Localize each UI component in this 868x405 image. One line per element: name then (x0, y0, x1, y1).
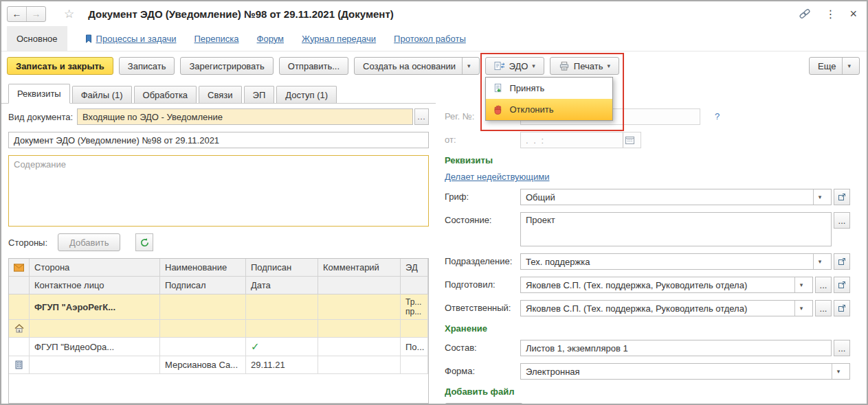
col-header-date[interactable]: Дата (246, 277, 318, 294)
kebab-menu-icon[interactable]: ⋮ (825, 8, 836, 21)
accept-document-icon (493, 83, 504, 93)
prepared-by-choose-button[interactable]: ... (815, 277, 832, 293)
tab-processing[interactable]: Обработка (134, 86, 197, 103)
section-heading-requisites: Реквизиты (445, 155, 850, 165)
forward-button[interactable]: → (26, 7, 45, 21)
create-from-button[interactable]: Создать на основании ▾ (354, 57, 479, 75)
more-button[interactable]: Еще ▾ (809, 57, 860, 75)
responsible-open-button[interactable] (834, 300, 850, 316)
register-button[interactable]: Зарегистрировать (180, 57, 273, 75)
menu-item-accept[interactable]: Принять (486, 78, 612, 99)
composition-choose-button[interactable]: ... (834, 340, 850, 356)
save-button[interactable]: Записать (119, 57, 175, 75)
tab-relations[interactable]: Связи (199, 86, 241, 103)
grif-label: Гриф: (445, 189, 520, 205)
table-row-party-2[interactable]: ФГУП "ВидеоОра... ✓ По... (9, 338, 428, 356)
add-party-button[interactable]: Добавить (58, 233, 120, 251)
chevron-down-icon[interactable]: ▾ (832, 364, 845, 379)
edo-exchange-icon (494, 61, 505, 71)
nav-link-forum[interactable]: Форум (257, 26, 285, 51)
print-button[interactable]: Печать ▾ (550, 57, 619, 75)
form-field[interactable]: Электронная ▾ (520, 363, 850, 380)
section-heading-add-file: Добавить файл (445, 386, 850, 397)
nav-link-label: Форум (257, 34, 285, 44)
send-button[interactable]: Отправить... (279, 57, 348, 75)
parties-table: Сторона Наименование Подписан Комментари… (8, 258, 429, 404)
nav-tab-main[interactable]: Основное (7, 26, 67, 51)
chevron-down-icon[interactable]: ▾ (794, 277, 808, 292)
state-field[interactable]: Проект (520, 212, 832, 246)
edo-status-line: Тр... (405, 297, 421, 307)
tabstrip: Реквизиты Файлы (1) Обработка Связи ЭП Д… (1, 80, 436, 104)
col-header-name[interactable]: Наименование (160, 259, 246, 277)
department-field[interactable]: Тех. поддержка ▾ (520, 253, 832, 270)
doc-name-field[interactable]: Документ ЭДО (Уведомление) №98 от 29.11.… (8, 132, 429, 148)
col-header-edo[interactable]: ЭД (401, 259, 428, 277)
open-icon (838, 257, 846, 266)
table-row-contact-2[interactable]: Мерсианова Са... 29.11.21 (9, 356, 428, 374)
chevron-down-icon[interactable]: ▾ (794, 301, 808, 316)
responsible-field[interactable]: Яковлев С.П. (Тех. поддержка, Руководите… (520, 300, 813, 316)
col-header-party[interactable]: Сторона (30, 259, 160, 277)
col-header-contact[interactable]: Контактное лицо (30, 277, 160, 294)
nav-link-transfer-log[interactable]: Журнал передачи (302, 26, 376, 51)
prepared-by-open-button[interactable] (834, 277, 850, 293)
refresh-button[interactable] (135, 233, 153, 251)
col-header-signed-by[interactable]: Подписал (160, 277, 246, 294)
reg-date-label: от: (445, 132, 520, 148)
back-button[interactable]: ← (8, 7, 26, 21)
form-value: Электронная (526, 367, 580, 377)
invalidates-link[interactable]: Делает недействующими (445, 172, 549, 182)
composition-field[interactable]: Листов 1, экземпляров 1 (520, 340, 832, 356)
signed-check-cell: ✓ (246, 338, 318, 356)
edo-print-group: ЭДО ▾ Печать ▾ Принять Отклонить (485, 57, 619, 75)
responsible-choose-button[interactable]: ... (815, 300, 832, 316)
help-link[interactable]: ? (715, 108, 720, 121)
bookmark-icon (85, 34, 92, 43)
prepared-by-field[interactable]: Яковлев С.П. (Тех. поддержка, Руководите… (520, 277, 813, 293)
chevron-down-icon: ▾ (532, 62, 535, 69)
grif-field[interactable]: Общий ▾ (520, 189, 832, 205)
window-titlebar: ← → ☆ Документ ЭДО (Уведомление) №98 от … (1, 1, 867, 26)
table-row-contact-1[interactable] (9, 320, 428, 338)
doc-kind-choose-button[interactable]: ... (414, 108, 429, 125)
nav-link-correspondence[interactable]: Переписка (194, 26, 239, 51)
tab-files[interactable]: Файлы (1) (72, 86, 132, 103)
nav-link-processes[interactable]: Процессы и задачи (85, 26, 177, 51)
tab-access[interactable]: Доступ (1) (276, 86, 337, 103)
edo-dropdown-menu: Принять Отклонить (485, 77, 613, 121)
calendar-icon (623, 132, 636, 148)
col-header-comment[interactable]: Комментарий (318, 259, 401, 277)
table-row-party-1[interactable]: ФГУП "АэроРегК... Тр... пр... (9, 294, 428, 320)
doc-kind-field[interactable]: Входящие по ЭДО - Уведомление (77, 108, 413, 125)
tab-signature[interactable]: ЭП (244, 86, 275, 103)
menu-item-decline[interactable]: Отклонить (486, 99, 612, 120)
copy-link-icon[interactable] (799, 8, 811, 19)
nav-link-label: Процессы и задачи (96, 34, 177, 44)
chevron-down-icon[interactable]: ▾ (813, 254, 826, 269)
department-label: Подразделение: (445, 253, 520, 270)
nav-link-work-protocol[interactable]: Протокол работы (394, 26, 466, 51)
home-icon (9, 320, 30, 338)
edo-status-line: пр... (405, 307, 421, 316)
titlebar-actions: ⋮ × (799, 7, 857, 21)
grif-open-button[interactable] (834, 189, 850, 205)
open-icon (838, 193, 846, 201)
table-header-row-2: Контактное лицо Подписал Дата (9, 277, 428, 294)
section-navbar: Основное Процессы и задачи Переписка Фор… (1, 26, 867, 51)
responsible-value: Яковлев С.П. (Тех. поддержка, Руководите… (526, 303, 747, 314)
edo-button[interactable]: ЭДО ▾ (485, 57, 544, 75)
save-and-close-button[interactable]: Записать и закрыть (7, 57, 113, 75)
close-icon[interactable]: × (849, 7, 857, 21)
department-value: Тех. поддержка (526, 257, 590, 267)
favorite-star-icon[interactable]: ☆ (64, 8, 74, 20)
col-header-signed[interactable]: Подписан (246, 259, 318, 277)
chevron-down-icon[interactable]: ▾ (813, 189, 826, 205)
tab-requisites[interactable]: Реквизиты (8, 84, 70, 104)
content-field[interactable]: Содержание (8, 155, 429, 227)
department-open-button[interactable] (834, 253, 850, 270)
add-file-button-clipped[interactable] (445, 403, 523, 404)
chevron-down-icon: ▾ (607, 62, 610, 69)
state-choose-button[interactable]: ... (834, 212, 850, 229)
state-label: Состояние: (445, 212, 520, 246)
